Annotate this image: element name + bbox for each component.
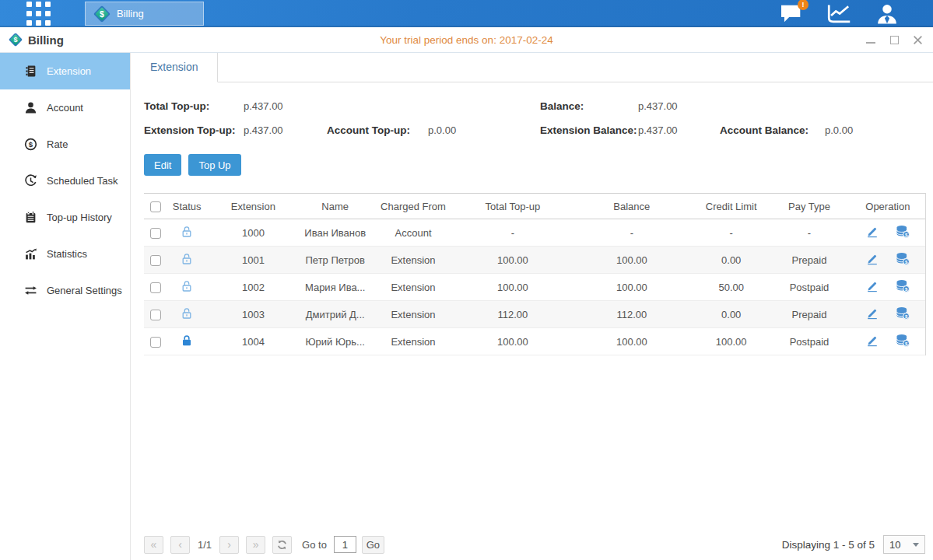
desktop-topbar: $ Billing ! (0, 0, 933, 27)
row-checkbox[interactable] (150, 228, 161, 239)
minimize-button[interactable] (865, 34, 876, 45)
balance-value: p.437.00 (638, 100, 678, 112)
taskbar-tab-billing[interactable]: $ Billing (85, 2, 204, 26)
sidebar-item-scheduled-task[interactable]: Scheduled Task (0, 163, 130, 199)
cell-balance: 100.00 (570, 328, 694, 355)
table-row: 1004 Юрий Юрь... Extension 100.00 100.00… (144, 328, 925, 355)
status-cell (167, 328, 206, 355)
sidebar-item-label: Statistics (47, 248, 87, 260)
trial-period-message: Your trial period ends on: 2017-02-24 (0, 34, 933, 46)
table-row: 1001 Петр Петров Extension 100.00 100.00… (144, 247, 925, 274)
sidebar-item-label: Top-up History (47, 212, 112, 223)
unlocked-icon (181, 283, 193, 295)
edit-extension-icon[interactable] (866, 226, 879, 240)
cell-extension: 1004 (206, 328, 300, 355)
sidebar-item-account[interactable]: Account (0, 89, 130, 126)
cell-pay-type: Postpaid (768, 328, 850, 355)
edit-extension-icon[interactable] (866, 307, 879, 322)
cell-total-topup: 100.00 (456, 247, 569, 274)
sidebar-item-statistics[interactable]: Statistics (0, 236, 130, 272)
refresh-icon (276, 539, 288, 551)
sidebar-item-general-settings[interactable]: General Settings (0, 272, 130, 309)
cell-balance: 100.00 (570, 274, 694, 301)
cell-name: Петр Петров (300, 247, 370, 274)
window-title: $ Billing (9, 33, 64, 47)
topbar-status-icons: ! (780, 0, 899, 27)
select-all-checkbox[interactable] (150, 201, 161, 212)
svg-text:$: $ (13, 36, 17, 44)
edit-extension-icon[interactable] (866, 334, 879, 349)
svg-text:$: $ (100, 9, 104, 19)
statistics-chart-icon (24, 247, 37, 261)
cell-total-topup: 112.00 (456, 301, 569, 328)
topup-extension-icon[interactable]: $ (896, 306, 910, 322)
sidebar-item-topup-history[interactable]: Top-up History (0, 199, 130, 236)
edit-extension-icon[interactable] (866, 253, 879, 268)
edit-button[interactable]: Edit (144, 154, 181, 176)
cell-charged-from: Account (370, 219, 456, 247)
last-page-button[interactable]: » (246, 536, 265, 554)
row-checkbox[interactable] (150, 337, 161, 348)
goto-page-input[interactable] (334, 536, 356, 553)
account-topup-value: p.0.00 (428, 124, 456, 136)
row-checkbox[interactable] (150, 282, 161, 293)
cell-extension: 1003 (206, 301, 300, 328)
pagination-bar: « ‹ 1/1 › » Go to Go Displaying (144, 534, 925, 555)
cell-extension: 1002 (206, 274, 300, 301)
action-buttons: Edit Top Up (144, 154, 933, 176)
cell-credit-limit: 0.00 (694, 247, 768, 274)
edit-extension-icon[interactable] (866, 280, 879, 295)
cell-operation: $ (851, 301, 925, 328)
account-topup-label: Account Top-up: (327, 124, 428, 136)
top-up-button[interactable]: Top Up (188, 154, 240, 176)
close-button[interactable] (912, 34, 923, 45)
svg-text:$: $ (29, 140, 33, 149)
tab-extension[interactable]: Extension (131, 53, 218, 82)
topup-extension-icon[interactable]: $ (896, 334, 910, 349)
billing-window-icon: $ (9, 33, 23, 47)
chevron-down-icon (913, 543, 919, 547)
locked-icon (181, 338, 193, 349)
topup-extension-icon[interactable]: $ (896, 252, 910, 268)
cell-credit-limit: 0.00 (694, 301, 768, 328)
cell-balance: 100.00 (570, 247, 694, 274)
status-cell (167, 219, 206, 247)
page-indicator: 1/1 (198, 539, 212, 551)
resource-monitor-icon[interactable] (826, 3, 852, 24)
displaying-text: Displaying 1 - 5 of 5 (782, 539, 875, 551)
unlocked-icon (181, 229, 193, 240)
topup-extension-icon[interactable]: $ (896, 279, 910, 295)
cell-name: Мария Ива... (300, 274, 370, 301)
window-titlebar: $ Billing Your trial period ends on: 201… (0, 27, 933, 53)
col-extension: Extension (206, 194, 300, 219)
apps-grid-icon[interactable] (26, 2, 51, 26)
col-pay-type: Pay Type (768, 194, 850, 219)
cell-name: Дмитрий Д... (300, 301, 370, 328)
unlocked-icon (181, 310, 193, 322)
prev-page-button[interactable]: ‹ (170, 536, 190, 554)
cell-pay-type: Prepaid (768, 247, 850, 274)
window-title-text: Billing (28, 33, 64, 47)
row-checkbox[interactable] (150, 255, 161, 266)
go-button[interactable]: Go (362, 536, 384, 554)
table-row: 1003 Дмитрий Д... Extension 112.00 112.0… (144, 301, 925, 328)
cell-pay-type: - (768, 219, 850, 247)
sidebar-item-label: General Settings (47, 285, 122, 296)
maximize-button[interactable] (889, 34, 900, 45)
sidebar-item-rate[interactable]: $ Rate (0, 126, 130, 163)
user-account-icon[interactable] (875, 3, 899, 25)
sidebar-item-extension[interactable]: Extension (0, 53, 130, 89)
unlocked-icon (181, 256, 193, 268)
topup-extension-icon[interactable]: $ (896, 225, 910, 240)
next-page-button[interactable]: › (219, 536, 239, 554)
page-size-select[interactable]: 10 (883, 535, 925, 554)
messages-icon[interactable]: ! (780, 4, 803, 24)
row-checkbox[interactable] (150, 310, 161, 320)
cell-operation: $ (851, 247, 925, 274)
table-row: 1002 Мария Ива... Extension 100.00 100.0… (144, 274, 925, 301)
cell-pay-type: Postpaid (768, 274, 850, 301)
refresh-button[interactable] (272, 536, 292, 554)
first-page-button[interactable]: « (144, 536, 163, 554)
col-charged-from: Charged From (370, 194, 456, 219)
cell-extension: 1000 (206, 219, 300, 247)
